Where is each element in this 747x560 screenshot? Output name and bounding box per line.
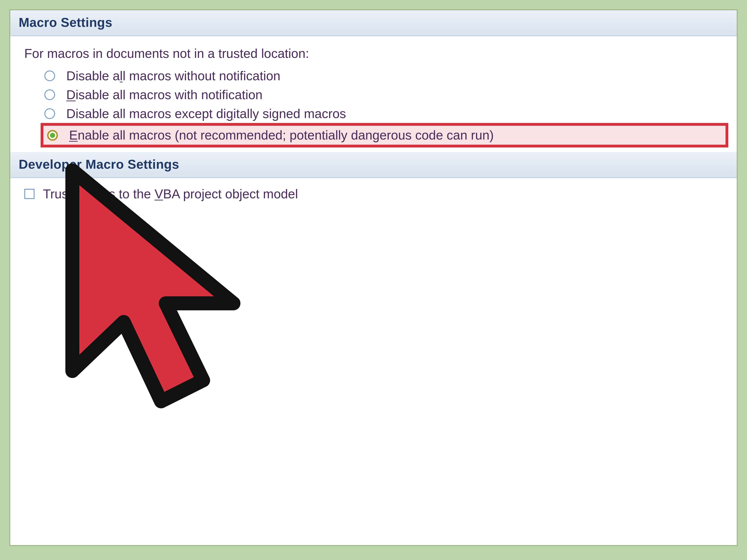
trust-vba-label: Trust access to the VBA project object m… [43,186,298,202]
trust-vba-mnemonic: V [155,187,163,201]
macro-radio-option-1[interactable]: Disable all macros with notification [43,85,728,104]
macro-radio-label: Disable all macros except digitally sign… [66,106,346,122]
macro-radio-label-post: itally signed macros [233,106,346,121]
radio-icon[interactable] [47,130,58,141]
macro-radio-label: Disable all macros with notification [66,87,263,103]
macro-radio-mnemonic: E [69,128,78,142]
developer-macro-settings-header: Developer Macro Settings [10,152,737,178]
radio-icon[interactable] [44,108,55,119]
macro-radio-option-3[interactable]: Enable all macros (not recommended; pote… [41,123,728,148]
trust-vba-checkbox-row[interactable]: Trust access to the VBA project object m… [10,178,737,202]
radio-icon[interactable] [44,71,55,81]
macro-radio-option-0[interactable]: Disable all macros without notification [43,66,728,85]
macro-radio-mnemonic: D [66,87,76,102]
trust-vba-label-pre: Trust access to the [43,187,155,201]
macro-radio-label-post: l macros without notification [123,69,281,83]
checkbox-icon[interactable] [24,189,34,199]
macro-settings-body: For macros in documents not in a trusted… [10,36,737,152]
macro-radio-group: Disable all macros without notificationD… [43,66,728,148]
macro-settings-header: Macro Settings [10,10,737,36]
macro-radio-label: Disable all macros without notification [66,68,280,84]
macro-radio-label-post: nable all macros (not recommended; poten… [78,128,494,142]
radio-icon[interactable] [44,89,55,100]
macro-settings-title: Macro Settings [19,15,112,30]
developer-macro-settings-title: Developer Macro Settings [19,157,179,171]
macro-radio-mnemonic: l [120,69,123,83]
macro-radio-label-pre: Disable all macros except di [66,106,226,121]
macro-settings-intro: For macros in documents not in a trusted… [24,46,728,61]
macro-radio-label-pre: Disable a [66,69,120,83]
trust-vba-label-post: BA project object model [163,187,298,201]
macro-radio-label: Enable all macros (not recommended; pote… [69,127,494,143]
macro-radio-option-2[interactable]: Disable all macros except digitally sign… [43,104,728,123]
macro-radio-mnemonic: g [226,106,233,121]
macro-radio-label-post: isable all macros with notification [76,87,263,102]
settings-panel: Macro Settings For macros in documents n… [9,9,738,546]
